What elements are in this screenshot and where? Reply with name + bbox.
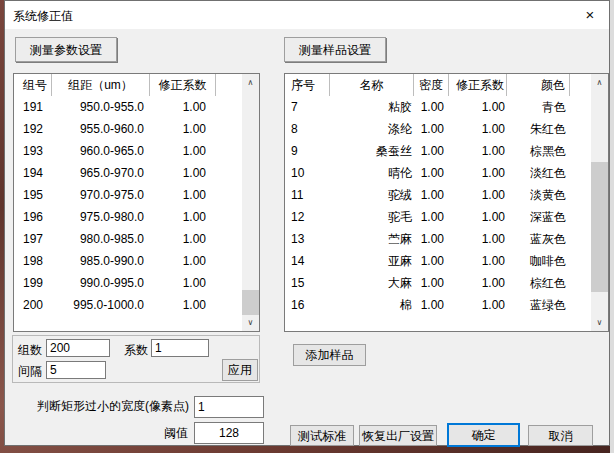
header-serial-no: 序号 — [285, 74, 330, 96]
background-window-edge — [610, 0, 614, 453]
table-row[interactable]: 196 975.0-980.0 1.00 — [14, 206, 259, 228]
scroll-up-icon[interactable]: ∧ — [242, 74, 259, 91]
header-density: 密度 — [414, 74, 449, 96]
header-color: 颜色 — [507, 74, 570, 96]
table-row[interactable]: 194 965.0-970.0 1.00 — [14, 162, 259, 184]
threshold-input[interactable] — [194, 422, 264, 444]
header-correction-coef: 修正系数 — [150, 74, 216, 96]
table-row[interactable]: 16 棉 1.00 1.00 蓝绿色 — [285, 294, 608, 316]
right-scrollbar[interactable]: ∧ ∨ — [591, 74, 608, 331]
titlebar: 系统修正值 × — [5, 1, 609, 29]
group-correction-table: 组号 组距（um） 修正系数 191 950.0-955.0 1.00 192 … — [13, 73, 260, 332]
test-standard-button[interactable]: 测试标准 — [290, 425, 354, 446]
table-row[interactable]: 192 955.0-960.0 1.00 — [14, 118, 259, 140]
table-row[interactable]: 197 980.0-985.0 1.00 — [14, 228, 259, 250]
header-name: 名称 — [330, 74, 414, 96]
system-correction-dialog: 系统修正值 × 测量参数设置 测量样品设置 组号 组距（um） 修正系数 191… — [4, 0, 610, 446]
header-group-no: 组号 — [14, 74, 52, 96]
table-row[interactable]: 200 995.0-1000.0 1.00 — [14, 294, 259, 316]
table-row[interactable]: 12 驼毛 1.00 1.00 深蓝色 — [285, 206, 608, 228]
sample-table-rows: 7 粘胶 1.00 1.00 青色 8 涤纶 1.00 1.00 朱红色 9 桑 — [285, 96, 608, 316]
left-scrollbar-thumb[interactable] — [242, 290, 259, 315]
scroll-down-icon[interactable]: ∨ — [242, 314, 259, 331]
group-table-rows: 191 950.0-955.0 1.00 192 955.0-960.0 1.0… — [14, 96, 259, 316]
coefficient-label: 系数 — [124, 343, 148, 357]
min-rect-width-input[interactable] — [194, 396, 264, 418]
scroll-down-icon[interactable]: ∨ — [591, 314, 608, 331]
group-count-input[interactable] — [46, 339, 110, 357]
table-row[interactable]: 9 桑蚕丝 1.00 1.00 棕黑色 — [285, 140, 608, 162]
right-scrollbar-thumb[interactable] — [591, 162, 608, 292]
table-row[interactable]: 191 950.0-955.0 1.00 — [14, 96, 259, 118]
threshold-label: 阈值 — [5, 426, 188, 440]
table-row[interactable]: 13 苎麻 1.00 1.00 蓝灰色 — [285, 228, 608, 250]
sample-table-header: 序号 名称 密度 修正系数 颜色 — [285, 74, 608, 96]
left-scrollbar[interactable]: ∧ ∨ — [242, 74, 259, 331]
factory-reset-button[interactable]: 恢复出厂设置 — [359, 425, 437, 446]
table-row[interactable]: 11 驼绒 1.00 1.00 淡黄色 — [285, 184, 608, 206]
table-row[interactable]: 8 涤纶 1.00 1.00 朱红色 — [285, 118, 608, 140]
add-sample-button[interactable]: 添加样品 — [293, 344, 366, 366]
table-row[interactable]: 193 960.0-965.0 1.00 — [14, 140, 259, 162]
group-count-label: 组数 — [18, 343, 42, 357]
sample-table: 序号 名称 密度 修正系数 颜色 7 粘胶 1.00 1.00 青色 8 涤纶 — [284, 73, 609, 332]
header-correction-coef: 修正系数 — [449, 74, 507, 96]
table-row[interactable]: 15 大麻 1.00 1.00 棕红色 — [285, 272, 608, 294]
close-icon[interactable]: × — [577, 4, 603, 26]
cancel-button[interactable]: 取消 — [528, 425, 593, 446]
apply-button[interactable]: 应用 — [222, 359, 258, 381]
table-row[interactable]: 7 粘胶 1.00 1.00 青色 — [285, 96, 608, 118]
header-group-range: 组距（um） — [52, 74, 150, 96]
table-row[interactable]: 10 晴伦 1.00 1.00 淡红色 — [285, 162, 608, 184]
ok-button[interactable]: 确定 — [447, 423, 520, 447]
table-row[interactable]: 195 970.0-975.0 1.00 — [14, 184, 259, 206]
table-row[interactable]: 199 990.0-995.0 1.00 — [14, 272, 259, 294]
dialog-title: 系统修正值 — [13, 8, 73, 25]
scroll-up-icon[interactable]: ∧ — [591, 74, 608, 91]
table-row[interactable]: 198 985.0-990.0 1.00 — [14, 250, 259, 272]
group-table-header: 组号 组距（um） 修正系数 — [14, 74, 259, 96]
interval-label: 间隔 — [18, 364, 42, 378]
min-rect-width-label: 判断矩形过小的宽度(像素点) — [5, 399, 189, 413]
measure-params-button[interactable]: 测量参数设置 — [15, 37, 117, 62]
measure-samples-button[interactable]: 测量样品设置 — [284, 37, 386, 62]
interval-input[interactable] — [46, 361, 106, 379]
table-row[interactable]: 14 亚麻 1.00 1.00 咖啡色 — [285, 250, 608, 272]
coefficient-input[interactable] — [151, 339, 209, 357]
